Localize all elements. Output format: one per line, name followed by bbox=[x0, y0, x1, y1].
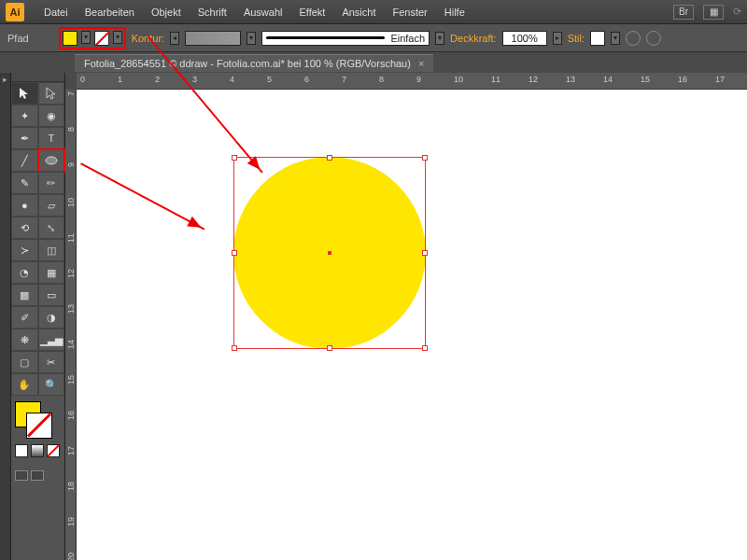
menu-effekt[interactable]: Effekt bbox=[290, 7, 333, 18]
zoom-tool[interactable]: 🔍 bbox=[38, 373, 65, 396]
blob-brush-tool[interactable]: ● bbox=[11, 194, 38, 217]
magic-wand-tool[interactable]: ✦ bbox=[11, 105, 38, 127]
eyedropper-tool[interactable]: ✐ bbox=[11, 306, 38, 329]
align-panel-icon[interactable] bbox=[646, 31, 661, 46]
style-swatch[interactable] bbox=[590, 31, 605, 46]
menu-auswahl[interactable]: Auswahl bbox=[235, 7, 291, 18]
stroke-dropdown[interactable]: ▾ bbox=[113, 31, 122, 44]
perspective-grid-tool[interactable]: ▦ bbox=[38, 261, 65, 284]
lasso-tool[interactable]: ◉ bbox=[38, 105, 65, 127]
eraser-tool[interactable]: ▱ bbox=[38, 194, 65, 217]
stroke-color-box[interactable] bbox=[26, 413, 52, 439]
symbol-sprayer-tool[interactable]: ❋ bbox=[11, 329, 38, 351]
width-tool[interactable]: ≻ bbox=[11, 239, 38, 261]
document-tab[interactable]: Fotolia_28654551 © ddraw - Fotolia.com.a… bbox=[75, 54, 433, 72]
ruler-vertical: 7891011121314151617181920 bbox=[65, 90, 77, 560]
app-logo: Ai bbox=[6, 3, 24, 21]
column-graph-tool[interactable]: ▁▃▅ bbox=[38, 329, 65, 351]
stroke-profile-select[interactable]: Einfach bbox=[261, 31, 430, 46]
blend-tool[interactable]: ◑ bbox=[38, 306, 65, 329]
handle-tc[interactable] bbox=[327, 155, 332, 161]
stroke-weight-dropdown[interactable]: ▾ bbox=[247, 32, 256, 45]
sync-icon[interactable]: ⟳ bbox=[733, 6, 741, 18]
handle-ml[interactable] bbox=[232, 250, 237, 256]
menu-objekt[interactable]: Objekt bbox=[143, 7, 190, 18]
fill-dropdown[interactable]: ▾ bbox=[81, 31, 91, 44]
scale-tool[interactable]: ⤡ bbox=[38, 217, 65, 239]
fill-swatch[interactable] bbox=[63, 31, 78, 46]
opacity-dropdown[interactable]: ▸ bbox=[553, 32, 562, 45]
opacity-field[interactable]: 100% bbox=[502, 31, 547, 46]
stil-label: Stil: bbox=[568, 33, 585, 44]
none-mode-icon[interactable] bbox=[47, 444, 60, 457]
handle-bl[interactable] bbox=[232, 345, 237, 351]
deckkraft-label: Deckkraft: bbox=[450, 33, 497, 44]
selection-tool[interactable] bbox=[11, 82, 38, 105]
handle-tr[interactable] bbox=[422, 155, 428, 161]
hand-tool[interactable]: ✋ bbox=[11, 373, 38, 396]
shape-builder-tool[interactable]: ◔ bbox=[11, 261, 38, 284]
handle-br[interactable] bbox=[422, 345, 428, 351]
line-tool[interactable]: ╱ bbox=[11, 149, 38, 172]
ruler-horizontal: 01234567891011121314151617 bbox=[77, 73, 747, 90]
arrange-docs-icon[interactable]: ▦ bbox=[703, 5, 724, 20]
stroke-swatch[interactable] bbox=[94, 31, 109, 46]
menu-bar: Ai Datei Bearbeiten Objekt Schrift Auswa… bbox=[0, 0, 747, 24]
fill-stroke-swatches: ▾ ▾ bbox=[59, 27, 126, 49]
handle-tl[interactable] bbox=[232, 155, 237, 161]
stroke-weight-stepper[interactable]: ◂ bbox=[170, 32, 179, 45]
gradient-tool[interactable]: ▭ bbox=[38, 284, 65, 306]
direct-selection-tool[interactable] bbox=[38, 82, 65, 105]
toolbox: ✦ ◉ ✒ T ╱ ✎ ✏ ● ▱ ⟲ ⤡ ≻ ◫ ◔ ▦ ▩ ▭ ✐ ◑ ❋ … bbox=[11, 73, 65, 560]
control-bar: Pfad ▾ ▾ Kontur: ◂ ▾ Einfach ▾ Deckkraft… bbox=[0, 24, 747, 52]
menu-fenster[interactable]: Fenster bbox=[384, 7, 435, 18]
stroke-profile-label: Einfach bbox=[390, 33, 425, 44]
menu-schrift[interactable]: Schrift bbox=[190, 7, 235, 18]
bridge-icon[interactable]: Br bbox=[673, 5, 694, 20]
expand-dock-icon[interactable]: ▸ bbox=[0, 75, 10, 84]
recolor-icon[interactable] bbox=[626, 31, 641, 46]
artboard-tool[interactable]: ▢ bbox=[11, 351, 38, 373]
menu-datei[interactable]: Datei bbox=[35, 7, 77, 18]
style-dropdown[interactable]: ▾ bbox=[611, 32, 620, 45]
handle-bc[interactable] bbox=[327, 345, 332, 351]
screen-mode[interactable] bbox=[11, 470, 64, 481]
menu-ansicht[interactable]: Ansicht bbox=[333, 7, 384, 18]
menu-hilfe[interactable]: Hilfe bbox=[436, 7, 473, 18]
menu-bearbeiten[interactable]: Bearbeiten bbox=[77, 7, 143, 18]
stroke-weight-field[interactable] bbox=[185, 31, 241, 46]
selection-bounding-box[interactable] bbox=[233, 157, 426, 349]
type-tool[interactable]: T bbox=[38, 127, 65, 149]
document-tabs: Fotolia_28654551 © ddraw - Fotolia.com.a… bbox=[0, 52, 747, 73]
handle-mr[interactable] bbox=[422, 250, 428, 256]
slice-tool[interactable]: ✂ bbox=[38, 351, 65, 373]
canvas[interactable] bbox=[77, 90, 747, 560]
gradient-mode-icon[interactable] bbox=[31, 444, 44, 457]
rotate-tool[interactable]: ⟲ bbox=[11, 217, 38, 239]
center-point bbox=[328, 251, 331, 255]
color-mode-icon[interactable] bbox=[15, 444, 28, 457]
document-title: Fotolia_28654551 © ddraw - Fotolia.com.a… bbox=[84, 58, 411, 69]
svg-point-0 bbox=[46, 157, 57, 164]
mode-label: Pfad bbox=[7, 33, 29, 44]
fill-stroke-indicator[interactable] bbox=[11, 396, 64, 463]
stroke-profile-dropdown[interactable]: ▾ bbox=[435, 32, 444, 45]
dock-strip: ▸ bbox=[0, 73, 11, 560]
pen-tool[interactable]: ✒ bbox=[11, 127, 38, 149]
annotation-arrow-2 bbox=[80, 162, 204, 230]
paintbrush-tool[interactable]: ✎ bbox=[11, 172, 38, 194]
pencil-tool[interactable]: ✏ bbox=[38, 172, 65, 194]
mesh-tool[interactable]: ▩ bbox=[11, 284, 38, 306]
ellipse-tool[interactable] bbox=[38, 149, 65, 172]
close-tab-icon[interactable]: × bbox=[418, 58, 424, 69]
free-transform-tool[interactable]: ◫ bbox=[38, 239, 65, 261]
